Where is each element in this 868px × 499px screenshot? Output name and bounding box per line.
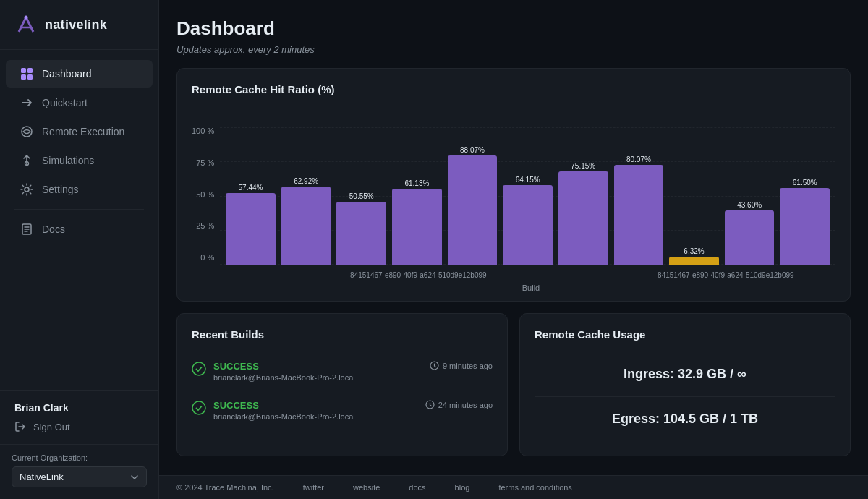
- bar-3: [392, 189, 442, 265]
- sidebar-item-quickstart[interactable]: Quickstart: [6, 89, 153, 116]
- cache-usage-card: Remote Cache Usage Ingress: 32.9 GB / ∞ …: [519, 313, 851, 456]
- x-group2-text: 84151467-e890-40f9-a624-510d9e12b099: [658, 271, 794, 279]
- bar-8: [669, 257, 719, 265]
- sidebar-org: Current Organization: NativeLink: [0, 444, 158, 499]
- y-label-0: 0 %: [192, 254, 214, 262]
- build-time-1: 9 minutes ago: [430, 361, 493, 370]
- chart-title: Remote Cache Hit Ratio (%): [192, 83, 835, 95]
- recent-builds-title: Recent Builds: [192, 328, 493, 341]
- bar-7: [614, 165, 664, 265]
- sidebar-item-settings[interactable]: Settings: [6, 176, 153, 203]
- bar-value-3: 61.13%: [404, 179, 429, 187]
- x-axis-build-label: Build: [192, 283, 835, 292]
- x-group1-text: 84151467-e890-40f9-a624-510d9e12b099: [350, 271, 487, 279]
- sidebar-item-dashboard[interactable]: Dashboard: [6, 60, 153, 88]
- footer: © 2024 Trace Machina, Inc. twitter websi…: [159, 475, 868, 499]
- bar-1: [281, 187, 331, 265]
- build-info-2: SUCCESS brianclark@Brians-MacBook-Pro-2.…: [213, 400, 355, 421]
- bar-0: [226, 193, 276, 265]
- svg-rect-1: [21, 68, 26, 73]
- chevron-down-icon: [130, 473, 139, 482]
- svg-point-9: [192, 362, 205, 375]
- footer-link-docs[interactable]: docs: [409, 483, 425, 492]
- page-title: Dashboard: [176, 17, 851, 40]
- footer-link-website[interactable]: website: [353, 483, 380, 492]
- bar-group-1: 62.92%: [281, 177, 331, 265]
- chart-card: Remote Cache Hit Ratio (%) 0 % 25 % 50 %…: [176, 68, 851, 302]
- build-left-2: SUCCESS brianclark@Brians-MacBook-Pro-2.…: [192, 400, 355, 421]
- success-icon-2: [192, 401, 206, 415]
- bar-value-2: 50.55%: [349, 192, 374, 200]
- remote-execution-icon: [20, 125, 33, 138]
- svg-point-7: [25, 187, 29, 192]
- success-icon-1: [192, 362, 206, 376]
- signout-label: Sign Out: [33, 422, 70, 432]
- build-info-1: SUCCESS brianclark@Brians-MacBook-Pro-2.…: [213, 361, 355, 382]
- bar-group-0: 57.44%: [226, 184, 276, 265]
- bar-6: [558, 171, 608, 265]
- sidebar-item-quickstart-label: Quickstart: [42, 97, 88, 108]
- main-area: Dashboard Updates approx. every 2 minute…: [159, 0, 868, 499]
- svg-rect-3: [21, 74, 26, 80]
- sidebar-user: Brian Clark Sign Out: [0, 390, 158, 444]
- sidebar-item-simulations-label: Simulations: [42, 155, 94, 166]
- main-content: Dashboard Updates approx. every 2 minute…: [159, 0, 868, 475]
- footer-copyright: © 2024 Trace Machina, Inc.: [176, 483, 274, 492]
- sidebar-item-dashboard-label: Dashboard: [42, 68, 92, 80]
- sidebar-item-docs[interactable]: Docs: [6, 216, 153, 243]
- bar-value-4: 88.07%: [460, 146, 485, 154]
- build-item-1: SUCCESS brianclark@Brians-MacBook-Pro-2.…: [192, 352, 493, 391]
- settings-icon: [20, 183, 33, 196]
- bar-value-0: 57.44%: [239, 184, 263, 192]
- bar-group-5: 64.15%: [503, 176, 553, 265]
- bar-group-9: 43.60%: [725, 201, 775, 265]
- build-status-1: SUCCESS: [213, 361, 355, 372]
- quickstart-icon: [20, 96, 33, 109]
- bar-value-7: 80.07%: [626, 155, 651, 163]
- bars-container: 57.44%62.92%50.55%61.13%88.07%64.15%75.1…: [220, 127, 835, 265]
- bottom-row: Recent Builds SUCCESS brianclark@Brians-…: [176, 313, 851, 456]
- build-host-2: brianclark@Brians-MacBook-Pro-2.local: [213, 412, 355, 421]
- org-value: NativeLink: [20, 472, 64, 482]
- build-status-2: SUCCESS: [213, 400, 355, 411]
- signout-button[interactable]: Sign Out: [14, 421, 144, 432]
- footer-link-terms[interactable]: terms and conditions: [498, 483, 572, 492]
- bar-group-6: 75.15%: [558, 162, 608, 265]
- x-group1-label: 84151467-e890-40f9-a624-510d9e12b099: [226, 268, 610, 281]
- svg-point-0: [25, 16, 28, 20]
- sidebar-item-remote-execution[interactable]: Remote Execution: [6, 118, 153, 145]
- cache-egress: Egress: 104.5 GB / 1 TB: [535, 397, 835, 441]
- sidebar-item-remote-execution-label: Remote Execution: [42, 126, 124, 137]
- bar-value-10: 61.50%: [793, 179, 817, 187]
- org-label: Current Organization:: [12, 453, 147, 462]
- bar-group-7: 80.07%: [614, 155, 664, 265]
- nativelink-logo-icon: [14, 13, 38, 36]
- y-label-100: 100 %: [192, 127, 214, 135]
- footer-link-twitter[interactable]: twitter: [303, 483, 324, 492]
- bar-value-9: 43.60%: [737, 201, 762, 209]
- y-label-25: 25 %: [192, 222, 214, 230]
- nav-divider: [14, 209, 144, 210]
- sidebar: nativelink Dashboard Quickstart: [0, 0, 159, 499]
- y-label-50: 50 %: [192, 191, 214, 199]
- build-time-2: 24 minutes ago: [425, 400, 493, 409]
- bar-value-5: 64.15%: [516, 176, 540, 184]
- bar-group-3: 61.13%: [392, 179, 442, 265]
- sidebar-item-docs-label: Docs: [42, 223, 65, 235]
- dashboard-icon: [20, 67, 33, 80]
- sidebar-item-simulations[interactable]: Simulations: [6, 147, 153, 174]
- bar-2: [336, 202, 386, 265]
- svg-rect-4: [27, 74, 33, 80]
- build-left-1: SUCCESS brianclark@Brians-MacBook-Pro-2.…: [192, 361, 355, 382]
- bar-group-10: 61.50%: [780, 179, 830, 265]
- bar-group-8: 6.32%: [669, 247, 719, 265]
- user-name: Brian Clark: [14, 402, 144, 414]
- sidebar-nav: Dashboard Quickstart Remote Execution Si…: [0, 50, 158, 390]
- x-axis-labels: 84151467-e890-40f9-a624-510d9e12b099 841…: [192, 265, 835, 281]
- chart-area: 0 % 25 % 50 % 75 % 100 %: [192, 106, 835, 265]
- org-select[interactable]: NativeLink: [12, 466, 147, 487]
- bar-value-6: 75.15%: [571, 162, 595, 170]
- footer-link-blog[interactable]: blog: [455, 483, 470, 492]
- bar-value-8: 6.32%: [684, 247, 704, 255]
- bar-9: [725, 210, 775, 265]
